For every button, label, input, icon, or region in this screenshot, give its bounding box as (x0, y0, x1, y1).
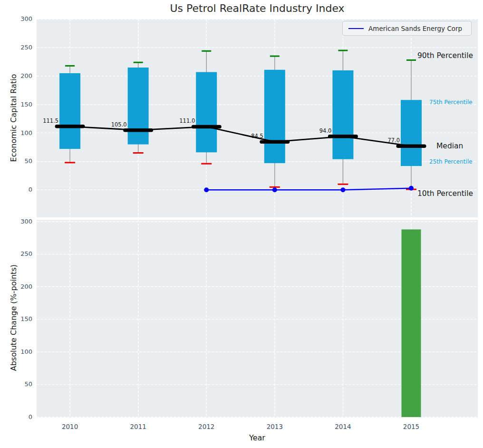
x-tick-label: 2011 (123, 423, 154, 430)
change-bar-2015 (402, 229, 421, 417)
x-tick-label: 2010 (55, 423, 85, 430)
percentile-annotation: 25th Percentile (429, 158, 473, 165)
median-value-label: 111.5 (43, 117, 58, 124)
percentile-annotation: Median (436, 142, 463, 150)
median-segment-2013 (260, 140, 290, 144)
company-point-2015 (409, 186, 414, 191)
y-tick-label: 50 (11, 380, 32, 389)
median-segment-2010 (55, 125, 85, 128)
box-2012 (196, 72, 217, 153)
box-2014 (332, 70, 353, 159)
box-2013 (264, 70, 285, 163)
median-value-label: 84.5 (251, 133, 263, 139)
median-segment-2011 (123, 128, 153, 132)
median-value-label: 94.0 (319, 127, 332, 134)
median-segment-2012 (192, 125, 222, 129)
box-2015 (401, 100, 422, 166)
x-axis-label: Year (37, 433, 478, 442)
y-tick-label: 200 (11, 72, 32, 80)
x-tick-label: 2015 (396, 423, 426, 430)
median-segment-2014 (328, 135, 358, 138)
percentile-annotation: 90th Percentile (417, 51, 473, 60)
y-tick-label: 250 (11, 250, 32, 258)
bottom-plot-area (37, 220, 478, 418)
percentile-annotation: 75th Percentile (429, 99, 473, 106)
y-tick-label: 100 (11, 348, 32, 356)
top-axes: 111.5105.0111.084.594.077.0 (37, 19, 478, 219)
box-2011 (128, 68, 149, 145)
figure: Us Petrol RealRate Industry Index Econom… (0, 0, 483, 448)
median-value-label: 105.0 (111, 121, 127, 128)
y-tick-label: 250 (11, 43, 32, 52)
median-value-label: 77.0 (387, 137, 400, 144)
company-point-2012 (204, 187, 209, 192)
legend[interactable]: American Sands Energy Corp (342, 21, 472, 36)
company-point-2013 (272, 187, 277, 192)
top-plot-area: 111.5105.0111.084.594.077.0 (37, 19, 478, 217)
bottom-axes (37, 220, 478, 419)
y-tick-label: 300 (11, 217, 32, 226)
median-value-label: 111.0 (179, 117, 195, 124)
box-2010 (59, 73, 80, 149)
y-tick-label: 200 (11, 282, 32, 291)
y-tick-label: 50 (11, 157, 32, 166)
y-tick-label: 0 (11, 413, 32, 421)
legend-line-icon (348, 28, 364, 29)
chart-title: Us Petrol RealRate Industry Index (37, 2, 478, 14)
percentile-annotation: 10th Percentile (417, 189, 473, 198)
legend-label: American Sands Energy Corp (368, 25, 462, 32)
y-tick-label: 150 (11, 315, 32, 323)
y-tick-label: 150 (11, 100, 32, 109)
y-tick-label: 100 (11, 129, 32, 137)
median-segment-2015 (396, 144, 426, 148)
y-tick-label: 300 (11, 15, 32, 23)
x-tick-label: 2013 (260, 423, 290, 430)
x-tick-label: 2014 (328, 423, 358, 430)
company-point-2014 (340, 187, 345, 192)
x-tick-label: 2012 (191, 423, 222, 430)
y-tick-label: 0 (11, 185, 32, 194)
